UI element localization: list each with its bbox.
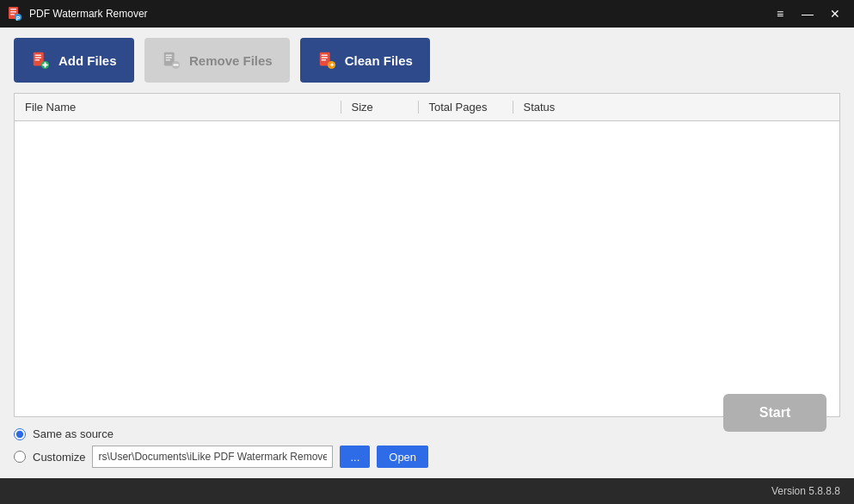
svg-rect-20 xyxy=(321,55,327,56)
remove-files-button[interactable]: Remove Files xyxy=(144,38,290,83)
bottom-actions: Same as source Customize ... Open Start xyxy=(14,427,840,468)
browse-button[interactable]: ... xyxy=(340,446,370,468)
menu-button[interactable]: ≡ xyxy=(768,5,792,22)
title-bar: P PDF Watermark Remover ≡ — ✕ xyxy=(0,0,854,28)
footer: Version 5.8.8.8 xyxy=(0,478,854,504)
same-as-source-radio[interactable] xyxy=(14,428,26,440)
clean-files-icon: ✦ xyxy=(317,51,336,70)
col-header-filename: File Name xyxy=(15,101,341,114)
customize-label: Customize xyxy=(33,451,85,464)
col-header-size: Size xyxy=(341,101,419,114)
remove-files-icon xyxy=(162,51,181,70)
title-bar-left: P PDF Watermark Remover xyxy=(7,6,148,22)
minimize-button[interactable]: — xyxy=(796,5,820,22)
svg-rect-21 xyxy=(321,57,327,58)
start-button[interactable]: Start xyxy=(723,394,826,432)
col-header-totalpages: Total Pages xyxy=(419,101,513,114)
svg-rect-9 xyxy=(35,59,40,60)
output-path-input[interactable] xyxy=(92,446,333,468)
open-button[interactable]: Open xyxy=(377,446,428,468)
remove-files-label: Remove Files xyxy=(189,53,273,68)
start-button-wrapper: Start xyxy=(723,394,826,432)
same-as-source-label: Same as source xyxy=(33,427,114,440)
same-as-source-row: Same as source xyxy=(14,427,840,440)
clean-files-label: Clean Files xyxy=(345,53,413,68)
app-icon: P xyxy=(7,6,22,22)
svg-rect-16 xyxy=(166,59,171,60)
col-header-status: Status xyxy=(513,101,840,114)
file-table: File Name Size Total Pages Status xyxy=(14,93,840,417)
add-files-label: Add Files xyxy=(58,53,117,68)
add-files-icon xyxy=(31,51,50,70)
file-table-body xyxy=(15,121,839,416)
svg-rect-3 xyxy=(10,14,15,15)
customize-radio[interactable] xyxy=(14,451,26,463)
main-content: Add Files Remove Files ✦ Clean xyxy=(0,28,854,478)
output-options: Same as source Customize ... Open xyxy=(14,427,840,468)
svg-rect-14 xyxy=(166,55,172,56)
customize-row: Customize ... Open xyxy=(14,446,840,468)
svg-rect-15 xyxy=(166,57,172,58)
file-table-header: File Name Size Total Pages Status xyxy=(15,94,839,121)
toolbar: Add Files Remove Files ✦ Clean xyxy=(14,38,840,83)
app-title: PDF Watermark Remover xyxy=(29,8,148,20)
clean-files-button[interactable]: ✦ Clean Files xyxy=(300,38,430,83)
add-files-button[interactable]: Add Files xyxy=(14,38,134,83)
svg-rect-22 xyxy=(321,59,326,60)
svg-rect-2 xyxy=(10,11,16,13)
svg-rect-18 xyxy=(173,65,178,66)
svg-rect-12 xyxy=(42,65,47,66)
close-button[interactable]: ✕ xyxy=(823,5,847,22)
version-label: Version 5.8.8.8 xyxy=(771,485,840,497)
title-bar-controls: ≡ — ✕ xyxy=(768,5,847,22)
svg-rect-8 xyxy=(35,57,41,58)
svg-rect-7 xyxy=(35,55,41,56)
svg-text:P: P xyxy=(16,15,21,22)
svg-rect-1 xyxy=(10,9,16,10)
svg-text:✦: ✦ xyxy=(329,61,334,69)
